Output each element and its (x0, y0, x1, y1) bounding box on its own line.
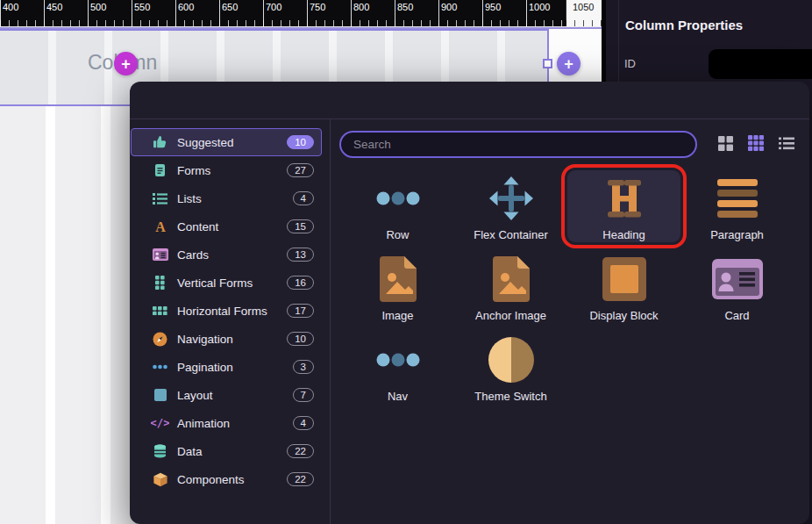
count-badge: 17 (287, 304, 314, 318)
search-input[interactable] (339, 131, 697, 158)
sidebar-item-label: Data (177, 445, 203, 458)
sidebar-item-label: Lists (177, 192, 202, 205)
ruler-tick-label: 950 (485, 2, 501, 12)
ruler-tick-label: 450 (46, 2, 62, 12)
list-view-view-button[interactable] (779, 137, 794, 153)
view-mode-toggle (718, 135, 797, 154)
component-tile-anchor-image[interactable]: Anchor Image (454, 251, 567, 323)
cube-icon (151, 472, 169, 487)
sidebar-item-pagination[interactable]: Pagination3 (131, 353, 322, 381)
count-badge: 13 (287, 248, 314, 262)
row-icon (341, 170, 454, 226)
component-tile-flex-container[interactable]: Flex Container (454, 170, 567, 242)
sidebar-item-label: Pagination (177, 361, 233, 374)
square-icon (151, 389, 169, 401)
ruler-minor-ticks (0, 20, 602, 26)
sidebar-item-navigation[interactable]: Navigation10 (131, 325, 322, 353)
nav-icon (341, 332, 454, 387)
ruler-tick-label: 850 (397, 2, 413, 12)
count-badge: 22 (287, 444, 314, 458)
letter-a-icon: A (151, 219, 169, 233)
card-icon (680, 251, 794, 306)
anchor-image-icon (454, 251, 567, 306)
component-tile-label: Display Block (589, 309, 658, 323)
sidebar-item-label: Layout (177, 389, 213, 402)
ruler-tick-label: 1050 (573, 2, 594, 12)
count-badge: 3 (293, 360, 314, 374)
component-tile-label: Card (724, 309, 749, 323)
list-view-icon (779, 137, 794, 153)
ruler-tick-label: 900 (441, 2, 457, 12)
svg-text:</>: </> (151, 417, 169, 429)
component-tile-paragraph[interactable]: Paragraph (680, 170, 794, 242)
sidebar-item-label: Navigation (177, 333, 233, 346)
list-icon (151, 192, 169, 205)
modal-header (130, 82, 809, 119)
component-tile-theme-switch[interactable]: Theme Switch (454, 332, 567, 404)
resize-handle[interactable] (543, 59, 552, 68)
ruler-tick-label: 650 (222, 2, 238, 12)
grid-2x2-view-button[interactable] (718, 136, 733, 154)
id-field[interactable] (709, 49, 812, 79)
sidebar-item-content[interactable]: AContent15 (131, 212, 322, 240)
category-sidebar: Suggested10Forms27Lists4AContent15Cards1… (130, 119, 331, 524)
sidebar-item-layout[interactable]: Layout7 (131, 381, 322, 409)
canvas-lower-stripes (0, 106, 130, 524)
svg-text:A: A (155, 219, 166, 233)
thumbs-up-icon (151, 135, 169, 149)
count-badge: 4 (293, 191, 314, 205)
dots-3-icon (151, 364, 169, 370)
component-tile-label: Paragraph (710, 228, 764, 242)
sidebar-item-forms[interactable]: Forms27 (131, 156, 322, 184)
sidebar-item-suggested[interactable]: Suggested10 (131, 128, 322, 156)
component-tile-display-block[interactable]: Display Block (567, 251, 680, 323)
add-element-button[interactable]: + (114, 52, 138, 75)
component-tile-label: Flex Container (474, 228, 548, 242)
component-tile-heading[interactable]: Heading (567, 170, 680, 242)
compass-icon (151, 332, 169, 347)
count-badge: 7 (293, 388, 314, 402)
ruler-tick-label: 800 (353, 2, 369, 12)
flex-icon (454, 170, 567, 226)
grid-3x2-icon (151, 306, 169, 315)
sidebar-item-vertical-forms[interactable]: Vertical Forms16 (131, 269, 322, 297)
component-tile-card[interactable]: Card (680, 251, 794, 323)
paragraph-icon (680, 170, 794, 226)
count-badge: 10 (287, 135, 314, 149)
component-tile-label: Anchor Image (475, 309, 546, 323)
horizontal-ruler: 4004505005506006507007508008509009501000… (0, 0, 602, 26)
ruler-tick-label: 700 (266, 2, 281, 12)
sidebar-item-label: Forms (177, 164, 210, 177)
panel-title: Column Properties (625, 18, 743, 32)
sidebar-item-components[interactable]: Components22 (131, 465, 322, 493)
display-block-icon (567, 251, 680, 306)
grid-2x2-icon (718, 136, 733, 154)
sidebar-item-animation[interactable]: </>Animation4 (131, 409, 322, 437)
component-tile-label: Nav (388, 390, 408, 404)
form-icon (151, 163, 169, 177)
component-tile-image[interactable]: Image (341, 251, 454, 323)
component-tile-row[interactable]: Row (341, 170, 454, 242)
sidebar-item-horizontal-forms[interactable]: Horizontal Forms17 (131, 297, 322, 325)
heading-icon (567, 170, 680, 226)
count-badge: 15 (287, 219, 314, 233)
database-icon (151, 444, 169, 458)
sidebar-item-label: Vertical Forms (177, 276, 253, 290)
add-column-button[interactable]: + (557, 52, 581, 75)
component-tile-label: Theme Switch (474, 390, 546, 404)
component-tile-label: Row (386, 228, 409, 242)
sidebar-item-lists[interactable]: Lists4 (131, 184, 322, 212)
count-badge: 10 (287, 332, 314, 346)
grid-2x3-icon (151, 276, 169, 290)
sidebar-item-cards[interactable]: Cards13 (131, 240, 322, 269)
image-icon (341, 251, 454, 306)
grid-3x3-view-button[interactable] (748, 135, 764, 154)
sidebar-item-data[interactable]: Data22 (131, 437, 322, 465)
app-window: 4004505005506006507007508008509009501000… (0, 0, 812, 524)
count-badge: 16 (287, 276, 314, 290)
theme-switch-icon (454, 332, 567, 387)
sidebar-item-label: Content (177, 220, 218, 233)
id-field-label: ID (624, 57, 636, 70)
sidebar-item-label: Cards (177, 248, 209, 262)
component-tile-nav[interactable]: Nav (341, 332, 454, 404)
